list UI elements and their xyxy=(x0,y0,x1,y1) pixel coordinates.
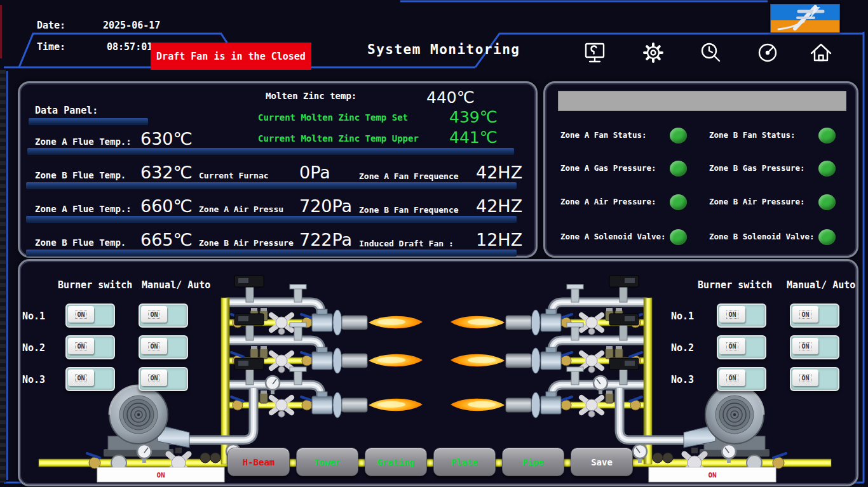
underline-bar xyxy=(26,182,517,189)
status-led xyxy=(670,128,687,143)
right-burner-switch-header: Burner switch xyxy=(698,279,772,291)
switch-state: ON xyxy=(148,342,159,350)
burner-row-label: No.3 xyxy=(671,374,694,385)
time-label: Time: xyxy=(37,41,65,53)
row-value: 42HZ xyxy=(476,196,522,216)
status-label: Zone A Solenoid Valve: xyxy=(560,232,666,241)
switch-state: ON xyxy=(799,374,811,382)
status-led xyxy=(818,194,836,210)
switch-state: ON xyxy=(799,342,811,350)
row-label: Zone A Flue Temp.: xyxy=(35,137,132,147)
switch-state: ON xyxy=(75,342,86,350)
left-burner-switch-3[interactable]: ON xyxy=(65,367,115,391)
right-burner-switch-3[interactable]: ON xyxy=(717,367,766,391)
page-title: System Monitoring xyxy=(367,42,520,57)
h-beam-button[interactable]: H-Beam xyxy=(227,448,290,476)
underline-bar xyxy=(29,118,148,125)
switch-state: ON xyxy=(799,310,811,319)
tower-button[interactable]: Tower xyxy=(296,448,358,476)
underline-bar xyxy=(26,250,517,257)
switch-state: ON xyxy=(75,374,86,382)
left-edge-strip xyxy=(0,70,6,483)
molten-temp-label: Molten Zinc temp: xyxy=(266,91,356,101)
settings-gear-icon[interactable] xyxy=(639,39,667,67)
switch-state: ON xyxy=(148,310,159,319)
status-led xyxy=(670,194,687,210)
row-label: Zone A Fan Frequence xyxy=(359,171,459,181)
row-label: Induced Draft Fan : xyxy=(359,239,454,248)
switch-state: ON xyxy=(726,342,738,350)
grating-button[interactable]: Grating xyxy=(365,448,427,476)
row-value: 665℃ xyxy=(140,230,193,250)
status-led xyxy=(818,128,836,143)
status-label: Zone B Gas Pressure: xyxy=(709,163,805,173)
left-burner-switch-header: Burner switch xyxy=(58,279,132,291)
right-burner-switch-1[interactable]: ON xyxy=(717,304,766,328)
save-button[interactable]: Save xyxy=(571,448,633,476)
plate-button[interactable]: Plate xyxy=(433,448,496,476)
monitor-icon[interactable] xyxy=(581,39,609,67)
right-burner-switch-2[interactable]: ON xyxy=(717,335,766,359)
time-value: 08:57:01 xyxy=(107,41,153,53)
status-label: Zone A Gas Pressure: xyxy=(560,163,656,173)
row-value: 42HZ xyxy=(476,163,522,182)
switch-state: ON xyxy=(726,310,738,319)
burner-row-label: No.3 xyxy=(22,374,45,385)
company-logo xyxy=(770,4,840,33)
right-burner-mode-3[interactable]: ON xyxy=(790,367,839,391)
left-burner-mode-2[interactable]: ON xyxy=(139,335,188,359)
molten-temp-value: 440℃ xyxy=(426,88,475,107)
molten-upper-value: 441℃ xyxy=(449,128,498,147)
switch-state: ON xyxy=(148,374,159,382)
date-value: 2025-06-17 xyxy=(103,20,160,31)
underline-bar xyxy=(27,148,514,155)
burner-row-label: No.2 xyxy=(22,342,45,354)
burner-row-label: No.1 xyxy=(671,310,694,322)
right-burner-mode-1[interactable]: ON xyxy=(790,304,839,328)
status-led xyxy=(670,229,687,245)
molten-set-value: 439℃ xyxy=(449,108,498,126)
status-led xyxy=(818,229,836,245)
burner-row-label: No.2 xyxy=(671,342,694,354)
status-label: Zone B Air Pressure: xyxy=(709,197,805,206)
pipe-button[interactable]: Pipe xyxy=(502,448,564,476)
left-burner-switch-2[interactable]: ON xyxy=(65,335,115,359)
row-label: Zone B Air Pressure xyxy=(199,238,294,248)
row-value: 722Pa xyxy=(299,230,352,250)
left-blower-strip-label: ON xyxy=(156,471,165,479)
underline-bar xyxy=(26,216,517,223)
status-led xyxy=(818,161,836,177)
row-label: Zone B Flue Temp. xyxy=(35,237,126,248)
right-burner-mode-header: Manual/ Auto xyxy=(787,279,855,291)
left-burner-mode-header: Manual/ Auto xyxy=(142,279,210,291)
data-panel-title: Data Panel: xyxy=(35,105,98,116)
row-value: 630℃ xyxy=(140,129,193,149)
status-label: Zone A Air Pressure: xyxy=(560,197,656,206)
history-search-icon[interactable] xyxy=(696,39,724,67)
alert-banner: Draft Fan is in the Closed xyxy=(151,43,311,70)
burner-row-label: No.1 xyxy=(22,310,45,322)
alert-text: Draft Fan is in the Closed xyxy=(156,51,306,62)
gauge-icon[interactable] xyxy=(754,39,782,67)
row-label: Current Furnac xyxy=(199,171,269,180)
molten-upper-label: Current Molten Zinc Temp Upper xyxy=(258,133,419,143)
row-value: 660℃ xyxy=(140,196,193,216)
alarm-display-bar xyxy=(558,91,846,111)
left-burner-switch-1[interactable]: ON xyxy=(65,304,115,328)
row-value: 632℃ xyxy=(140,163,193,182)
status-label: Zone A Fan Status: xyxy=(560,130,646,140)
left-burner-mode-1[interactable]: ON xyxy=(139,304,188,328)
row-label: Zone A Air Pressu xyxy=(199,204,283,214)
right-blower-strip-label: ON xyxy=(708,471,716,479)
status-led xyxy=(670,161,687,177)
home-icon[interactable] xyxy=(807,39,835,67)
row-value: 0Pa xyxy=(299,163,330,182)
data-panel: Data Panel: Molten Zinc temp: 440℃ Curre… xyxy=(18,81,538,258)
right-burner-mode-2[interactable]: ON xyxy=(790,335,839,359)
switch-state: ON xyxy=(726,374,738,382)
status-panel: Zone A Fan Status: Zone B Fan Status: Zo… xyxy=(543,81,858,258)
row-label: Zone B Fan Frequence xyxy=(359,205,459,215)
molten-set-label: Current Molten Zinc Temp Set xyxy=(258,112,408,123)
left-burner-mode-3[interactable]: ON xyxy=(139,367,188,391)
switch-state: ON xyxy=(75,310,86,319)
